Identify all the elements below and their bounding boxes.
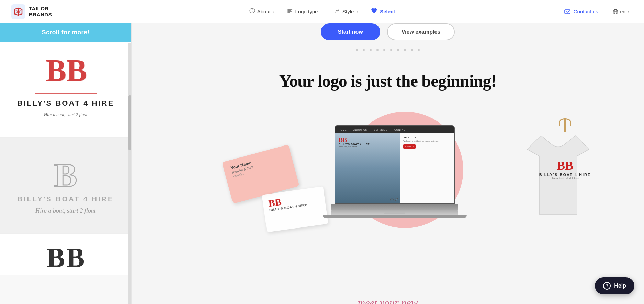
tagline-2: Hire a boat, start 2 float	[35, 207, 95, 214]
svg-rect-9	[565, 10, 570, 14]
laptop-about-text: We bring the best boat hire experience t…	[403, 140, 451, 142]
brand-logo[interactable]: TAILOR BRANDS	[11, 4, 52, 19]
language-selector[interactable]: en ▾	[609, 6, 633, 17]
start-now-button[interactable]: Start now	[321, 23, 380, 40]
tshirt-sub-text: Hire a boat, start 2 float	[539, 177, 591, 180]
lang-chevron-icon: ▾	[628, 9, 630, 14]
laptop-nav-about: ABOUT US	[353, 129, 367, 131]
laptop-social-icons: t f	[390, 198, 398, 201]
logo-card-1[interactable]: B B BILLY'S BOAT 4 HIRE Hire a boat, sta…	[0, 42, 131, 138]
dot	[356, 49, 358, 51]
logotype-icon	[287, 8, 293, 15]
globe-icon	[612, 9, 619, 15]
laptop-base	[331, 204, 458, 210]
laptop-tagline: Hire a boat, start 2 float	[339, 145, 370, 148]
laptop-cta-btn: Contact us	[403, 144, 416, 149]
laptop-logo-overlay: BB BILLY'S BOAT 4 HIRE Hire a boat, star…	[339, 137, 370, 148]
bb-letters-3: B B	[47, 244, 85, 271]
laptop-screen: HOME ABOUT US SERVICES CONTACT BB BILLY'…	[335, 125, 455, 204]
tshirt-content: BB BILLY'S BOAT 4 HIRE Hire a boat, star…	[539, 160, 591, 180]
svg-rect-6	[288, 10, 291, 11]
promo-heading: Your logo is just the beginning!	[132, 54, 644, 98]
bb-letters-1: B B	[46, 55, 86, 86]
dot	[390, 49, 392, 51]
svg-rect-8	[288, 12, 290, 13]
nav-about[interactable]: About ›	[244, 5, 280, 18]
dot	[383, 49, 385, 51]
promo-section: Start now View examples	[132, 23, 644, 304]
scroll-banner: Scroll for more!	[0, 23, 131, 42]
logo-variant-1: B B BILLY'S BOAT 4 HIRE Hire a boat, sta…	[17, 55, 114, 117]
tshirt-hanger	[564, 118, 566, 132]
laptop-main-image: BB BILLY'S BOAT 4 HIRE Hire a boat, star…	[335, 133, 400, 203]
laptop-twitter-icon: t	[390, 198, 394, 201]
bb-underline	[35, 93, 97, 94]
logo-variant-2: B BILLY'S BOAT 4 HIRE Hire a boat, start…	[18, 151, 114, 214]
nav-logotype[interactable]: Logo type ›	[282, 5, 328, 18]
dot	[363, 49, 365, 51]
company-name-1: BILLY'S BOAT 4 HIRE	[17, 99, 114, 108]
bb-letter-b1: B	[46, 55, 65, 86]
about-icon	[249, 8, 255, 15]
svg-rect-5	[288, 9, 293, 10]
logo-card-3[interactable]: B B	[0, 234, 131, 275]
tshirt-bb-letters: BB	[539, 160, 591, 172]
about-chevron-icon: ›	[273, 10, 275, 14]
contact-icon	[564, 8, 571, 15]
laptop-body: BB BILLY'S BOAT 4 HIRE Hire a boat, star…	[335, 133, 454, 203]
heart-icon	[370, 7, 378, 16]
laptop-foot	[323, 215, 467, 218]
view-examples-button[interactable]: View examples	[387, 23, 455, 40]
bottom-promo-text: meet your new	[132, 290, 644, 304]
help-button[interactable]: ? Help	[595, 277, 634, 294]
tshirt-mockup: BB BILLY'S BOAT 4 HIRE Hire a boat, star…	[520, 118, 610, 219]
laptop-brand-text: BILLY'S BOAT 4 HIRE	[339, 143, 370, 145]
laptop-sidebar-panel: ABOUT US We bring the best boat hire exp…	[400, 133, 454, 203]
style-chevron-icon: ›	[357, 10, 358, 14]
laptop-nav-home: HOME	[339, 129, 347, 131]
header: TAILOR BRANDS About › Logo type › Style …	[0, 0, 644, 23]
logo-sidebar: Scroll for more! B B BILLY'S BOAT 4 HIRE…	[0, 23, 132, 304]
laptop-nav-services: SERVICES	[374, 129, 387, 131]
top-buttons-row: Start now View examples	[132, 23, 644, 46]
svg-rect-4	[252, 11, 252, 12]
nav-select[interactable]: Select	[365, 4, 400, 19]
dot	[370, 49, 372, 51]
b-letter-outline: B	[54, 158, 77, 192]
bb-letter-3-b2: B	[66, 244, 84, 271]
bb-letter-b2: B	[66, 55, 86, 86]
brand-name-text: TAILOR BRANDS	[29, 5, 52, 18]
main-content: Start now View examples	[132, 23, 644, 304]
laptop-facebook-icon: f	[395, 198, 398, 201]
contact-button[interactable]: Contact us	[560, 5, 602, 18]
header-right: Contact us en ▾	[560, 5, 633, 18]
tshirt-brand-name: BILLY'S BOAT 4 HIRE	[539, 173, 591, 177]
main-wrapper: Scroll for more! B B BILLY'S BOAT 4 HIRE…	[0, 23, 644, 304]
business-card-2-mockup: BB BILLY'S BOAT 4 HIRE	[262, 186, 328, 232]
dot	[418, 49, 420, 51]
laptop-nav-contact: CONTACT	[394, 129, 407, 131]
laptop-about-title: ABOUT US	[403, 136, 451, 139]
laptop-mockup: HOME ABOUT US SERVICES CONTACT BB BILLY'…	[319, 125, 470, 235]
tailor-brands-icon	[11, 4, 25, 19]
scrollbar-thumb[interactable]	[128, 95, 131, 150]
dots-decoration-top	[132, 49, 644, 51]
dot	[376, 49, 379, 51]
laptop-keyboard	[331, 210, 458, 215]
promo-visual: Your Name Founder & CEO email@... BB BIL…	[132, 98, 644, 290]
logotype-chevron-icon: ›	[320, 10, 322, 14]
dot	[411, 49, 413, 51]
laptop-nav-bar: HOME ABOUT US SERVICES CONTACT	[335, 126, 454, 133]
scrollbar-track	[128, 43, 131, 304]
help-icon: ?	[603, 282, 611, 290]
logo-card-2[interactable]: B BILLY'S BOAT 4 HIRE Hire a boat, start…	[0, 138, 131, 234]
svg-point-3	[251, 9, 252, 10]
dot	[404, 49, 406, 51]
nav-style[interactable]: Style ›	[329, 5, 363, 18]
tagline-1: Hire a boat, start 2 float	[44, 112, 88, 117]
bb-letter-3-b1: B	[47, 244, 65, 271]
style-icon	[334, 8, 340, 15]
company-name-2: BILLY'S BOAT 4 HIRE	[18, 195, 114, 203]
main-nav: About › Logo type › Style › Select	[244, 4, 401, 19]
tshirt-shape: BB BILLY'S BOAT 4 HIRE Hire a boat, star…	[520, 132, 610, 219]
